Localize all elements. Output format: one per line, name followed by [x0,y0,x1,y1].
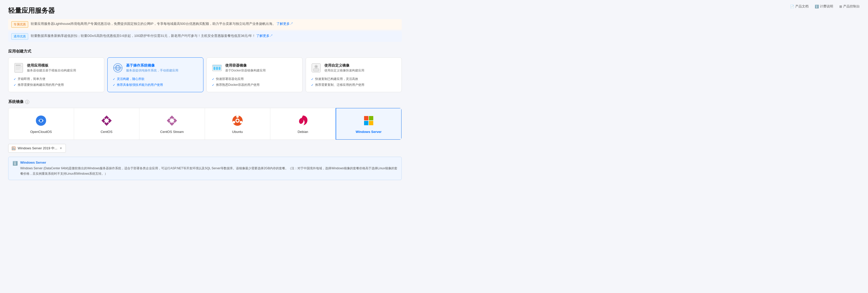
centos-name: CentOS [101,130,113,134]
creation-methods: 使用应用模板 服务器创建后基于模板自动构建应用 ✓开箱即用，简单方便 ✓推荐需要… [8,57,402,92]
os-features: ✓灵活构建，随心所欲 ✓推荐具备较强技术能力的用户使用 [113,76,198,88]
os-icon [113,63,123,73]
os-item-centos[interactable]: CentOS [74,108,140,139]
container-icon [212,63,222,73]
info-panel: ℹ️ Windows Server Windows Server (DataCe… [8,157,402,180]
exclusive-badge: 专属优惠 [11,21,28,28]
nav-doc[interactable]: 📄 产品文档 [790,4,809,9]
template-icon [13,63,24,73]
svg-rect-1 [16,65,21,66]
info-panel-title: Windows Server [20,161,397,164]
os-method-subtitle: 服务器提供纯操作系统，手动搭建应用 [126,68,178,73]
template-features: ✓开箱即用，简单方便 ✓推荐需要快速构建应用的用户使用 [13,76,99,88]
notice-exclusive-text: 轻量应用服务器Lighthouse跨境电商用户专属优惠活动，免费提供固定独立的公… [31,21,293,27]
os-method-title: 基于操作系统镜像 [126,63,178,68]
opencloudos-logo [34,114,48,127]
notice-bar-general: 通用优惠 轻量数据库服务新购享超低折扣；轻量DDoS高防包优惠低至0.6折起，1… [8,31,402,42]
notice-exclusive-link[interactable]: 了解更多↗ [276,22,293,26]
template-method-title: 使用应用模板 [27,63,76,68]
page-title: 轻量应用服务器 [8,6,402,15]
container-method-subtitle: 基于Docker容器镜像构建应用 [225,68,266,73]
ubuntu-name: Ubuntu [232,130,243,134]
notice-general-link[interactable]: 了解更多↗ [256,34,273,38]
centos-logo [100,114,113,127]
version-selector: 🪟 Windows Server 2019 中... ▼ [8,144,402,153]
os-info-icon[interactable]: i [25,100,29,104]
template-method-subtitle: 服务器创建后基于模板自动构建应用 [27,68,76,73]
os-grid: OpenCloudOS CentOS [8,108,402,140]
svg-rect-12 [219,67,221,70]
svg-rect-10 [213,67,215,70]
custom-method-subtitle: 使用自定义镜像快速构建应用 [324,68,364,73]
centos-stream-logo [165,114,179,127]
debian-name: Debian [298,130,308,134]
custom-icon [311,63,321,73]
nav-console[interactable]: ⊞ 产品控制台 [839,4,860,9]
top-nav: 📄 产品文档 ℹ️ 计费说明 ⊞ 产品控制台 [790,4,860,9]
info-panel-text: Windows Server (DataCenter 64bit)是微软推出的W… [20,166,397,176]
svg-point-17 [315,66,317,67]
method-custom[interactable]: 使用自定义镜像 使用自定义镜像快速构建应用 ✓快速复制已构建应用，灵活高效 ✓推… [306,57,402,92]
svg-rect-16 [313,69,319,71]
centos-stream-name: CentOS Stream [160,130,184,134]
os-item-windows[interactable]: Windows Server [336,108,402,140]
version-dropdown[interactable]: 🪟 Windows Server 2019 中... ▼ [8,144,66,153]
win-blue [364,121,368,125]
windows-name: Windows Server [355,130,381,134]
method-template[interactable]: 使用应用模板 服务器创建后基于模板自动构建应用 ✓开箱即用，简单方便 ✓推荐需要… [8,57,104,92]
container-method-title: 使用容器镜像 [225,63,266,68]
method-container[interactable]: 使用容器镜像 基于Docker容器镜像构建应用 ✓快速部署容器化应用 ✓推荐熟悉… [207,57,303,92]
console-icon: ⊞ [839,5,842,8]
nav-billing[interactable]: ℹ️ 计费说明 [815,4,833,9]
svg-point-39 [240,121,242,124]
container-features: ✓快速部署容器化应用 ✓推荐熟悉Docker容器的用户使用 [212,76,297,88]
svg-point-36 [237,120,239,122]
svg-rect-11 [216,67,218,70]
svg-point-38 [232,121,235,124]
svg-point-37 [236,115,239,118]
os-item-ubuntu[interactable]: Ubuntu [205,108,271,139]
general-badge: 通用优惠 [11,33,28,40]
svg-rect-4 [16,69,20,69]
nav-doc-label: 产品文档 [795,4,809,9]
win-red [364,116,368,120]
svg-rect-3 [16,68,21,68]
opencloudos-name: OpenCloudOS [30,130,52,134]
debian-logo [296,114,309,127]
notice-general-text: 轻量数据库服务新购享超低折扣；轻量DDoS高防包优惠低至0.6折起，10G防护年… [31,33,273,39]
os-section-title: 系统镜像 i [8,99,402,104]
creation-section-title: 应用创建方式 [8,49,402,54]
info-panel-icon: ℹ️ [12,161,18,176]
svg-point-19 [40,119,42,122]
svg-rect-13 [212,65,222,66]
main-container: 📄 产品文档 ℹ️ 计费说明 ⊞ 产品控制台 轻量应用服务器 专属优惠 轻量应用… [0,0,410,186]
os-item-debian[interactable]: Debian [270,108,336,139]
version-icon: 🪟 [11,146,16,150]
notice-bar-exclusive: 专属优惠 轻量应用服务器Lighthouse跨境电商用户专属优惠活动，免费提供固… [8,19,402,30]
nav-console-label: 产品控制台 [843,4,860,9]
svg-rect-2 [16,66,22,67]
ubuntu-logo [231,114,244,127]
os-item-centos-stream[interactable]: CentOS Stream [140,108,205,139]
doc-icon: 📄 [790,5,794,8]
custom-features: ✓快速复制已构建应用，灵活高效 ✓推荐需要复制、迁移应用的用户使用 [311,76,396,88]
billing-icon: ℹ️ [815,5,819,8]
version-label: Windows Server 2019 中... [18,146,57,151]
win-green [369,116,373,120]
windows-logo [362,114,375,127]
dropdown-arrow-icon: ▼ [59,146,63,150]
method-os[interactable]: 基于操作系统镜像 服务器提供纯操作系统，手动搭建应用 ✓灵活构建，随心所欲 ✓推… [107,57,204,92]
win-yellow [369,121,373,125]
os-item-opencloudos[interactable]: OpenCloudOS [8,108,74,139]
nav-billing-label: 计费说明 [820,4,833,9]
custom-method-title: 使用自定义镜像 [324,63,364,68]
